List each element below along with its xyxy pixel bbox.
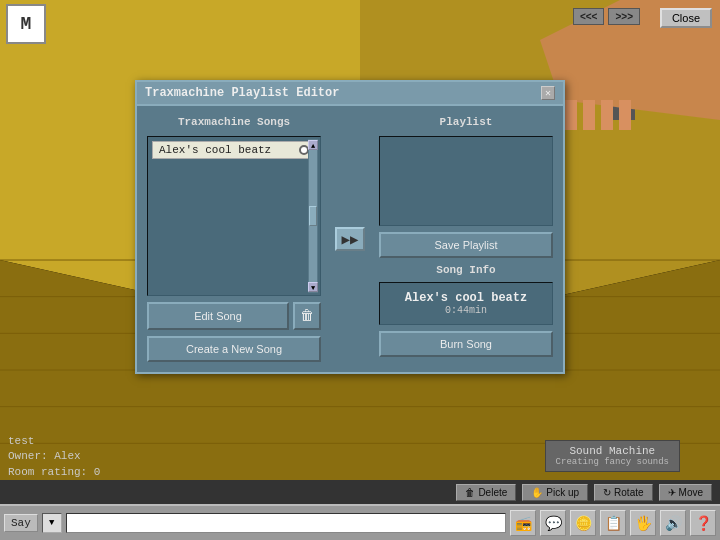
song-info-box: Alex's cool beatz 0:44min — [379, 282, 553, 325]
action-bar: 🗑 Delete ✋ Pick up ↻ Rotate ✈ Move — [0, 480, 720, 504]
delete-song-button[interactable]: 🗑 — [293, 302, 321, 330]
room-owner: Owner: Alex — [8, 449, 100, 464]
pickup-label: Pick up — [546, 487, 579, 498]
move-icon: ✈ — [668, 487, 676, 498]
say-dropdown[interactable]: ▼ — [42, 513, 62, 533]
toolbar-icon-hand[interactable]: 🖐 — [630, 510, 656, 536]
song-item[interactable]: Alex's cool beatz — [152, 141, 316, 159]
playlist-area — [379, 136, 553, 226]
edit-song-button[interactable]: Edit Song — [147, 302, 289, 330]
room-rating: Room rating: 0 — [8, 465, 100, 480]
dialog-close-button[interactable]: ✕ — [541, 86, 555, 100]
dialog-body: Traxmachine Songs Alex's cool beatz ▲ ▼ … — [137, 106, 563, 372]
say-input[interactable] — [66, 513, 506, 533]
scrollbar-thumb[interactable] — [309, 206, 317, 226]
song-action-row: Edit Song 🗑 — [147, 302, 321, 330]
toolbar-icons: 📻 💬 🪙 📋 🖐 🔊 ❓ — [510, 510, 716, 536]
songs-list: Alex's cool beatz ▲ ▼ — [147, 136, 321, 296]
move-action-button[interactable]: ✈ Move — [659, 484, 712, 501]
burn-song-button[interactable]: Burn Song — [379, 331, 553, 357]
create-new-song-button[interactable]: Create a New Song — [147, 336, 321, 362]
dialog-title-bar: Traxmachine Playlist Editor ✕ — [137, 82, 563, 106]
top-bar: M <<< >>> Close — [0, 0, 720, 30]
scrollbar-down[interactable]: ▼ — [308, 282, 318, 292]
say-label: Say — [4, 514, 38, 532]
right-panel: Playlist Save Playlist Song Info Alex's … — [379, 116, 553, 362]
logo-box: M — [6, 4, 46, 44]
nav-fwd-button[interactable]: >>> — [608, 8, 640, 25]
add-to-playlist-section: ▶▶ — [331, 116, 369, 362]
toolbar-icon-coin[interactable]: 🪙 — [570, 510, 596, 536]
dialog-title-text: Traxmachine Playlist Editor — [145, 86, 339, 100]
toolbar-icon-chat[interactable]: 💬 — [540, 510, 566, 536]
toolbar-icon-help[interactable]: ❓ — [690, 510, 716, 536]
sound-machine-label: Sound Machine Creating fancy sounds — [545, 440, 680, 472]
room-info: test Owner: Alex Room rating: 0 — [8, 434, 100, 480]
song-item-label: Alex's cool beatz — [159, 144, 271, 156]
delete-action-button[interactable]: 🗑 Delete — [456, 484, 516, 501]
toolbar-icon-radio[interactable]: 📻 — [510, 510, 536, 536]
sound-machine-desc: Creating fancy sounds — [556, 457, 669, 467]
nav-back-button[interactable]: <<< — [573, 8, 605, 25]
delete-label: Delete — [478, 487, 507, 498]
traxmachine-dialog: Traxmachine Playlist Editor ✕ Traxmachin… — [135, 80, 565, 374]
selected-song-duration: 0:44min — [388, 305, 544, 316]
playlist-panel-title: Playlist — [379, 116, 553, 128]
logo-text: M — [21, 14, 32, 34]
song-info-title: Song Info — [379, 264, 553, 276]
pickup-action-button[interactable]: ✋ Pick up — [522, 484, 588, 501]
songs-panel-title: Traxmachine Songs — [147, 116, 321, 128]
songs-scrollbar: ▲ ▼ — [308, 139, 318, 293]
toolbar: Say ▼ 📻 💬 🪙 📋 🖐 🔊 ❓ — [0, 504, 720, 540]
trash-icon: 🗑 — [465, 487, 475, 498]
nav-arrows: <<< >>> — [573, 8, 640, 25]
move-label: Move — [679, 487, 703, 498]
close-button[interactable]: Close — [660, 8, 712, 28]
scrollbar-up[interactable]: ▲ — [308, 140, 318, 150]
left-panel: Traxmachine Songs Alex's cool beatz ▲ ▼ … — [147, 116, 321, 362]
add-to-playlist-button[interactable]: ▶▶ — [335, 227, 365, 251]
rotate-icon: ↻ — [603, 487, 611, 498]
save-playlist-button[interactable]: Save Playlist — [379, 232, 553, 258]
toolbar-icon-sound[interactable]: 🔊 — [660, 510, 686, 536]
room-name: test — [8, 434, 100, 449]
selected-song-name: Alex's cool beatz — [388, 291, 544, 305]
sound-machine-name: Sound Machine — [556, 445, 669, 457]
rotate-action-button[interactable]: ↻ Rotate — [594, 484, 652, 501]
toolbar-icon-inventory[interactable]: 📋 — [600, 510, 626, 536]
rotate-label: Rotate — [614, 487, 643, 498]
pickup-icon: ✋ — [531, 487, 543, 498]
